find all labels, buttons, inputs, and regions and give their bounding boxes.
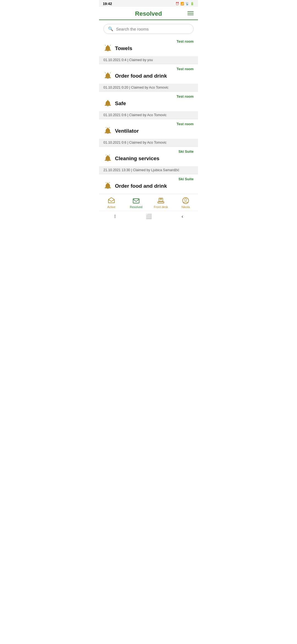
room-name: Test room bbox=[103, 67, 194, 71]
svg-rect-5 bbox=[105, 105, 111, 106]
android-menu-button[interactable]: ⫶ bbox=[114, 214, 116, 219]
list-item[interactable]: Ski Suite Order food and drink bbox=[99, 174, 198, 194]
svg-point-2 bbox=[107, 45, 108, 46]
svg-rect-9 bbox=[105, 160, 111, 161]
service-row: Cleaning services bbox=[103, 154, 194, 165]
bell-icon bbox=[103, 154, 112, 163]
room-list: Test room Towels 01.10.2021 0:4 | Claime… bbox=[99, 37, 198, 194]
list-item[interactable]: Test room Safe bbox=[99, 92, 198, 111]
android-back-button[interactable]: ‹ bbox=[182, 214, 183, 219]
search-icon: 🔍 bbox=[108, 26, 113, 31]
wifi-icon: 📶 bbox=[180, 2, 184, 6]
bell-icon bbox=[103, 99, 112, 108]
service-row: Order food and drink bbox=[103, 182, 194, 193]
bottom-nav: Active Resolved Front desk Nikola bbox=[99, 194, 198, 211]
nav-label-active: Active bbox=[107, 205, 116, 209]
room-meta: 01.10.2021 0:4 | Claimed by you bbox=[99, 56, 198, 64]
service-row: Towels bbox=[103, 44, 194, 55]
room-name: Ski Suite bbox=[103, 149, 194, 154]
menu-button[interactable] bbox=[188, 11, 194, 15]
frontdesk-icon bbox=[157, 197, 165, 204]
room-meta: 01.10.2021 0:6 | Claimed by Aco Tomovic bbox=[99, 139, 198, 147]
room-name: Test room bbox=[103, 122, 194, 126]
nav-item-nikola[interactable]: Nikola bbox=[173, 196, 198, 210]
hamburger-line-1 bbox=[188, 11, 194, 12]
nav-item-frontdesk[interactable]: Front desk bbox=[148, 196, 173, 210]
room-meta: 01.10.2021 0:20 | Claimed by Aco Tomovic bbox=[99, 84, 198, 92]
status-bar: 19:42 ⏰ 📶 📡 🔋 bbox=[99, 0, 198, 7]
list-item[interactable]: Test room Ventilator bbox=[99, 119, 198, 139]
list-item[interactable]: Test room Order food and drink bbox=[99, 64, 198, 84]
bell-icon bbox=[103, 182, 112, 190]
list-item[interactable]: Test room Towels bbox=[99, 37, 198, 56]
room-meta: 01.10.2021 0:6 | Claimed by Aco Tomovic bbox=[99, 111, 198, 119]
app-header: Resolved bbox=[99, 7, 198, 20]
hamburger-line-3 bbox=[188, 15, 194, 15]
service-title: Order food and drink bbox=[115, 183, 167, 189]
page-title: Resolved bbox=[135, 10, 162, 17]
profile-icon bbox=[182, 197, 189, 204]
svg-rect-7 bbox=[105, 132, 111, 133]
bell-icon bbox=[103, 127, 112, 135]
signal-icon: 📡 bbox=[185, 2, 189, 6]
service-title: Ventilator bbox=[115, 128, 139, 134]
list-item[interactable]: Ski Suite Cleaning services bbox=[99, 147, 198, 166]
search-container: 🔍 bbox=[99, 20, 198, 37]
svg-rect-3 bbox=[105, 77, 111, 78]
alarm-icon: ⏰ bbox=[175, 2, 179, 6]
bell-icon bbox=[103, 44, 112, 53]
status-icons: ⏰ 📶 📡 🔋 bbox=[175, 2, 194, 6]
bell-icon bbox=[103, 72, 112, 80]
room-name: Test room bbox=[103, 39, 194, 43]
nav-label-frontdesk: Front desk bbox=[154, 205, 168, 209]
service-row: Ventilator bbox=[103, 127, 194, 138]
hamburger-line-2 bbox=[188, 13, 194, 13]
service-title: Towels bbox=[115, 45, 132, 51]
service-row: Order food and drink bbox=[103, 72, 194, 83]
status-time: 19:42 bbox=[103, 2, 112, 6]
svg-point-19 bbox=[185, 199, 187, 201]
android-nav: ⫶ ⬜ ‹ bbox=[99, 211, 198, 222]
service-row: Safe bbox=[103, 99, 194, 110]
svg-point-15 bbox=[160, 199, 162, 200]
svg-point-12 bbox=[107, 183, 108, 184]
svg-rect-13 bbox=[133, 199, 139, 203]
android-home-button[interactable]: ⬜ bbox=[146, 213, 152, 219]
room-name: Test room bbox=[103, 94, 194, 99]
nav-item-active[interactable]: Active bbox=[99, 196, 124, 210]
room-name: Ski Suite bbox=[103, 177, 194, 181]
service-title: Order food and drink bbox=[115, 73, 167, 79]
svg-point-6 bbox=[107, 100, 108, 101]
battery-icon: 🔋 bbox=[190, 2, 194, 6]
svg-point-4 bbox=[107, 73, 108, 74]
svg-point-10 bbox=[107, 155, 108, 156]
room-meta: 21.10.2021 13:30 | Claimed by Ljubica Sa… bbox=[99, 166, 198, 174]
search-input[interactable] bbox=[116, 27, 189, 31]
envelope-open-icon bbox=[108, 197, 115, 204]
nav-label-nikola: Nikola bbox=[182, 205, 190, 209]
service-title: Safe bbox=[115, 100, 126, 107]
svg-rect-16 bbox=[158, 202, 164, 203]
envelope-icon bbox=[132, 197, 140, 204]
nav-item-resolved[interactable]: Resolved bbox=[124, 196, 148, 210]
nav-label-resolved: Resolved bbox=[130, 205, 142, 209]
svg-rect-1 bbox=[105, 50, 111, 51]
svg-point-8 bbox=[107, 128, 108, 129]
service-title: Cleaning services bbox=[115, 155, 160, 162]
search-box: 🔍 bbox=[103, 24, 194, 34]
svg-rect-11 bbox=[105, 187, 111, 188]
